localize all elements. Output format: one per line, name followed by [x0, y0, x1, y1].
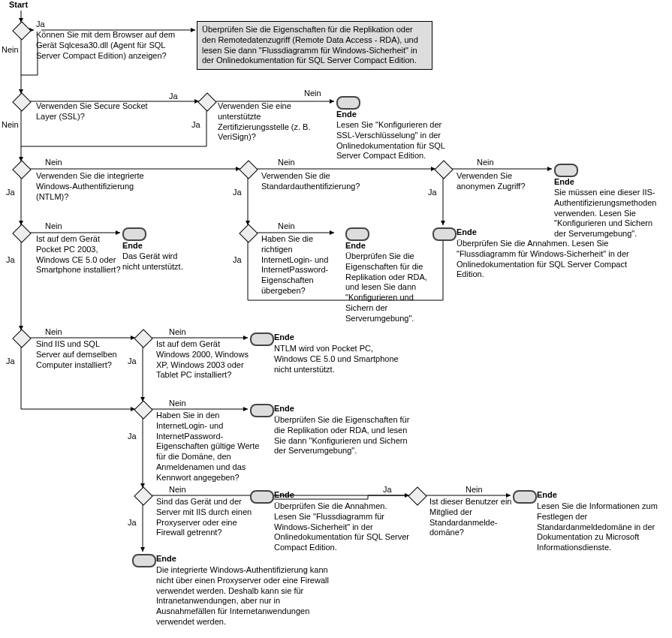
- edge-nein: Nein: [2, 120, 19, 131]
- edge-ja: Ja: [128, 518, 137, 528]
- edge-ja: Ja: [36, 20, 45, 30]
- terminator-e9: [513, 490, 537, 504]
- terminator-e6-text: NTLM wird von Pocket PC, Windows CE 5.0 …: [274, 344, 402, 375]
- decision-q8-text: Haben Sie die richtigen InternetLogin- u…: [261, 234, 344, 296]
- decision-q1: Können Sie mit dem Browser auf dem Gerät…: [36, 30, 179, 61]
- edge-ja: Ja: [6, 188, 15, 198]
- edge-ja: Ja: [128, 357, 137, 367]
- edge-nein: Nein: [278, 221, 295, 232]
- ende-label: Ende: [345, 241, 366, 251]
- process-box1: Überprüfen Sie die Eigenschaften für die…: [197, 21, 432, 70]
- terminator-e7-text: Überprüfen Sie die Eigenschaften für die…: [274, 415, 417, 456]
- terminator-e3-text: Das Gerät wird nicht unterstützt.: [122, 251, 190, 272]
- terminator-e3: [122, 227, 146, 241]
- flowchart-canvas: Start Ja Nein Können Sie mit dem Browser…: [0, 0, 672, 638]
- edge-ja: Ja: [383, 485, 392, 495]
- edge-nein: Nein: [477, 158, 494, 168]
- edge-nein: Nein: [466, 485, 483, 495]
- ende-label: Ende: [122, 241, 143, 251]
- terminator-e2: [554, 164, 578, 177]
- terminator-e5: [432, 227, 457, 241]
- terminator-e4: [345, 227, 369, 241]
- ende-label: Ende: [274, 490, 294, 501]
- ende-label: Ende: [457, 227, 477, 238]
- decision-q2-text: Verwenden Sie Secure Socket Layer (SSL)?: [36, 101, 149, 122]
- decision-q11-text: Haben Sie in den InternetLogin- und Inte…: [156, 411, 269, 483]
- terminator-e8-text: Überprüfen Sie die Annahmen. Lesen Sie "…: [274, 501, 409, 553]
- decision-q13-text: Ist dieser Benutzer ein Mitglied der Sta…: [429, 497, 512, 538]
- ende-label: Ende: [156, 554, 176, 564]
- edge-ja: Ja: [191, 120, 200, 131]
- decision-q12-text: Sind das Gerät und der Server mit IIS du…: [156, 497, 261, 538]
- terminator-e1-text: Lesen Sie "Konfigurieren der SSL-Verschl…: [336, 120, 460, 161]
- decision-q10-text: Ist auf dem Gerät Windows 2000, Windows …: [156, 339, 254, 381]
- edge-ja: Ja: [428, 188, 437, 198]
- ende-label: Ende: [274, 404, 294, 414]
- ende-label: Ende: [554, 177, 574, 188]
- terminator-e10: [132, 554, 156, 567]
- start-label: Start: [9, 0, 28, 11]
- decision-q9-text: Sind IIS und SQL Server auf demselben Co…: [36, 339, 119, 370]
- edge-ja: Ja: [6, 255, 15, 266]
- edge-ja: Ja: [128, 432, 137, 442]
- edge-nein: Nein: [278, 158, 295, 168]
- edge-ja: Ja: [233, 255, 242, 266]
- edge-nein: Nein: [169, 327, 186, 338]
- decision-q5-text: Verwenden Sie die Standardauthentifizier…: [261, 171, 374, 192]
- terminator-e1: [336, 96, 360, 110]
- edge-nein: Nein: [45, 221, 62, 232]
- decision-q6-text: Verwenden Sie anonymen Zugriff?: [457, 171, 532, 192]
- ende-label: Ende: [274, 333, 294, 343]
- edge-nein: Nein: [169, 399, 186, 409]
- edge-ja: Ja: [6, 357, 15, 367]
- terminator-e9-text: Lesen Sie die Informationen zum Festlege…: [537, 501, 668, 553]
- decision-q3-text: Verwenden Sie eine unterstützte Zertifiz…: [218, 101, 315, 143]
- edge-nein: Nein: [304, 89, 321, 99]
- edge-nein: Nein: [45, 158, 62, 168]
- ende-label: Ende: [336, 110, 357, 120]
- terminator-e6: [250, 333, 274, 346]
- edge-ja: Ja: [169, 92, 178, 102]
- edge-nein: Nein: [169, 485, 186, 495]
- terminator-e5-text: Überprüfen Sie die Annahmen. Lesen Sie "…: [457, 239, 629, 280]
- decision-q4-text: Verwenden Sie die integrierte Windows-Au…: [36, 171, 160, 202]
- terminator-e7: [250, 404, 274, 417]
- edge-nein: Nein: [2, 45, 19, 56]
- terminator-e10-text: Die integrierte Windows-Authentifizierun…: [156, 565, 329, 627]
- decision-q7-text: Ist auf dem Gerät Pocket PC 2003, Window…: [36, 234, 126, 275]
- ende-label: Ende: [537, 490, 557, 501]
- edge-nein: Nein: [45, 327, 62, 338]
- terminator-e8: [250, 490, 274, 504]
- terminator-e4-text: Überprüfen Sie die Eigenschaften für die…: [345, 251, 443, 324]
- terminator-e2-text: Sie müssen eine dieser IIS-Authentifizie…: [554, 188, 667, 239]
- edge-ja: Ja: [233, 188, 242, 198]
